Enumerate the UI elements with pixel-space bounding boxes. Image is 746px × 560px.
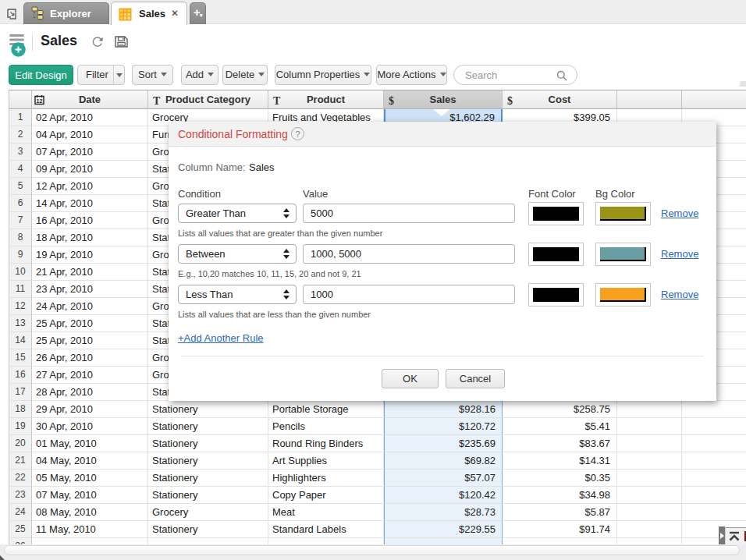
svg-text:12: 12 [37,98,43,104]
